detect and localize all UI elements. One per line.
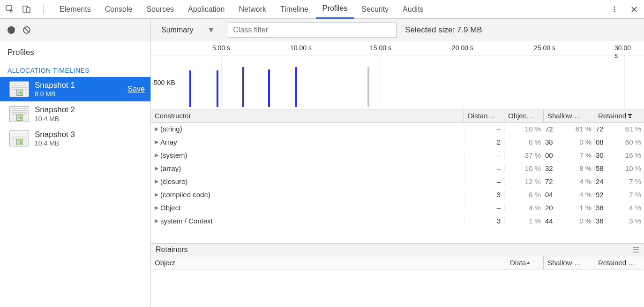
snapshot-save-link[interactable]: Save (128, 85, 145, 93)
inspect-icon[interactable] (5, 4, 15, 15)
constructor-row[interactable]: ▶(closure) – 12 % 724 % 247 % (151, 175, 644, 188)
cell-retained: 384 % (594, 204, 644, 212)
cell-retained: 7261 % (594, 125, 644, 133)
cell-objects: 4 % (504, 204, 544, 212)
snapshot-icon: % (9, 106, 29, 122)
rcol-retained[interactable]: Retained … (594, 256, 644, 269)
expand-triangle-icon[interactable]: ▶ (155, 205, 158, 211)
cell-retained: 3016 % (594, 151, 644, 159)
view-dropdown[interactable]: Summary ▼ (157, 23, 219, 37)
cell-retained: 363 % (594, 217, 644, 225)
tab-console[interactable]: Console (98, 0, 139, 18)
constructor-row[interactable]: ▶(compiled code) 3 6 % 044 % 927 % (151, 188, 644, 201)
tab-sources[interactable]: Sources (140, 0, 180, 18)
tab-elements[interactable]: Elements (53, 0, 97, 18)
timeline-y-label: 500 KB (154, 79, 175, 86)
constructor-row[interactable]: ▶Array 2 0 % 380 % 0860 % (151, 136, 644, 149)
expand-triangle-icon[interactable]: ▶ (155, 218, 158, 224)
toolbar-right (609, 4, 639, 15)
cell-shallow: 380 % (544, 138, 594, 146)
expand-triangle-icon[interactable]: ▶ (155, 152, 158, 158)
tab-timeline[interactable]: Timeline (274, 0, 315, 18)
expand-triangle-icon[interactable]: ▶ (155, 139, 158, 145)
svg-rect-0 (6, 6, 12, 10)
col-objects[interactable]: Objec… (504, 109, 544, 122)
constructor-row[interactable]: ▶(string) – 10 % 7261 % 7261 % (151, 123, 644, 136)
timeline-gridline (624, 55, 625, 109)
constructor-row[interactable]: ▶Object – 4 % 201 % 384 % (151, 201, 644, 215)
timeline-tick: 10.00 s (290, 44, 312, 52)
close-icon[interactable] (629, 4, 639, 15)
content-pane: Summary ▼ Selected size: 7.9 MB 5.00 s10… (151, 19, 644, 307)
tab-application[interactable]: Application (181, 0, 231, 18)
constructor-table-header: Constructor Distan… Objec… Shallow … Ret… (151, 109, 644, 123)
snapshot-item[interactable]: % Snapshot 1 8.0 MB Save (0, 77, 150, 101)
cell-objects: 1 % (504, 217, 544, 225)
tab-network[interactable]: Network (232, 0, 273, 18)
col-shallow[interactable]: Shallow … (544, 109, 594, 122)
allocation-timeline[interactable]: 5.00 s10.00 s15.00 s20.00 s25.00 s30.00 … (151, 41, 644, 109)
kebab-menu-icon[interactable] (609, 4, 620, 15)
snapshot-size: 10.4 MB (35, 115, 75, 123)
timeline-bar (295, 67, 297, 107)
retainers-title: Retainers (156, 246, 187, 254)
sort-asc-icon (526, 261, 531, 265)
expand-triangle-icon[interactable]: ▶ (155, 178, 158, 184)
rcol-object[interactable]: Object (151, 256, 506, 269)
tab-security[interactable]: Security (355, 0, 395, 18)
snapshot-item[interactable]: % Snapshot 3 10.4 MB (0, 126, 150, 151)
cell-objects: 10 % (504, 125, 544, 133)
cell-retained: 0860 % (594, 138, 644, 146)
hamburger-icon[interactable] (633, 247, 639, 253)
svg-point-5 (614, 11, 615, 12)
constructor-row[interactable]: ▶(system) – 37 % 007 % 3016 % (151, 149, 644, 162)
device-icon[interactable] (22, 4, 32, 15)
tab-profiles[interactable]: Profiles (316, 0, 354, 19)
snapshot-text: Snapshot 3 10.4 MB (35, 130, 75, 147)
svg-rect-2 (27, 8, 30, 13)
chevron-down-icon: ▼ (207, 26, 215, 34)
timeline-gridline (463, 55, 463, 109)
rcol-distance[interactable]: Dista (506, 256, 544, 269)
cell-retained: 927 % (594, 191, 644, 199)
expand-triangle-icon[interactable]: ▶ (155, 192, 158, 198)
view-dropdown-label: Summary (161, 26, 193, 34)
expand-triangle-icon[interactable]: ▶ (155, 126, 158, 132)
snapshot-text: Snapshot 1 8.0 MB (35, 81, 75, 98)
expand-triangle-icon[interactable]: ▶ (155, 165, 158, 171)
filter-bar: Summary ▼ Selected size: 7.9 MB (151, 19, 644, 41)
rcol-shallow[interactable]: Shallow … (544, 256, 594, 269)
timeline-gridline (221, 55, 222, 109)
col-retained[interactable]: Retained (594, 109, 644, 122)
tab-audits[interactable]: Audits (396, 0, 430, 18)
timeline-tick: 20.00 s (452, 44, 473, 52)
cell-objects: 12 % (504, 177, 544, 185)
constructor-name: (closure) (160, 177, 187, 185)
class-filter-input[interactable] (228, 23, 397, 38)
svg-rect-8 (629, 115, 631, 116)
svg-rect-9 (629, 117, 631, 118)
snapshot-icon: % (9, 81, 29, 97)
timeline-gridline (301, 55, 301, 109)
col-distance[interactable]: Distan… (464, 109, 504, 122)
constructor-row[interactable]: ▶(array) – 10 % 328 % 5810 % (151, 162, 644, 175)
snapshot-item[interactable]: % Snapshot 2 10.4 MB (0, 101, 150, 126)
cell-retained: 5810 % (594, 164, 644, 172)
clear-icon[interactable] (22, 25, 32, 35)
snapshot-size: 10.4 MB (35, 139, 75, 147)
snapshot-icon: % (9, 130, 29, 146)
constructor-row[interactable]: ▶system / Context 3 1 % 440 % 363 % (151, 215, 644, 228)
profiles-sidebar: Profiles ALLOCATION TIMELINES % Snapshot… (0, 19, 151, 307)
snapshot-name: Snapshot 2 (35, 105, 75, 115)
timeline-tick: 15.00 s (370, 44, 391, 52)
snapshot-text: Snapshot 2 10.4 MB (35, 105, 75, 122)
col-constructor[interactable]: Constructor (151, 109, 464, 122)
cell-distance: – (464, 164, 504, 172)
record-button[interactable] (7, 26, 15, 34)
sidebar-toolbar (0, 19, 150, 41)
timeline-bar (367, 67, 369, 107)
timeline-tick: 25.00 s (534, 44, 555, 52)
cell-objects: 0 % (504, 138, 544, 146)
constructor-name: (string) (160, 125, 182, 133)
cell-distance: – (464, 204, 504, 212)
